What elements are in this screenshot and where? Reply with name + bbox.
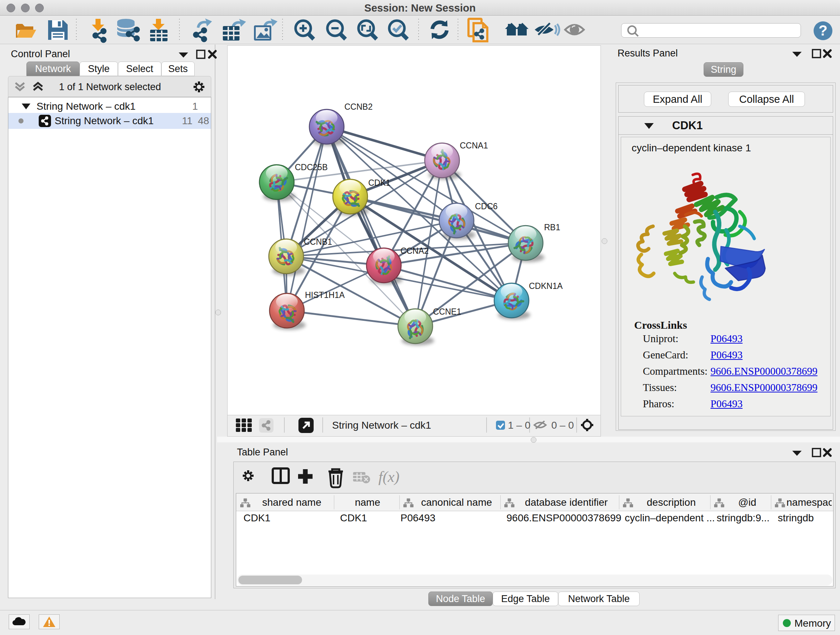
svg-text:1 – 0: 1 – 0 bbox=[508, 420, 531, 431]
svg-text:CDC6: CDC6 bbox=[475, 202, 498, 211]
svg-text:CCNA2: CCNA2 bbox=[401, 246, 429, 256]
svg-text:f(x): f(x) bbox=[378, 469, 399, 486]
svg-text:CCNE1: CCNE1 bbox=[433, 307, 461, 317]
svg-text:String Network – cdk1: String Network – cdk1 bbox=[332, 420, 431, 431]
svg-text:RB1: RB1 bbox=[544, 223, 561, 232]
svg-text:CCNB1: CCNB1 bbox=[304, 237, 332, 247]
svg-text:CCNA1: CCNA1 bbox=[460, 141, 488, 150]
svg-text:?: ? bbox=[819, 22, 827, 38]
svg-text:CCNB2: CCNB2 bbox=[344, 102, 373, 111]
svg-text:CDKN1A: CDKN1A bbox=[529, 281, 563, 291]
svg-text:CDC25B: CDC25B bbox=[295, 163, 328, 172]
svg-text:HIST1H1A: HIST1H1A bbox=[305, 290, 345, 300]
svg-text:0 – 0: 0 – 0 bbox=[551, 420, 574, 431]
svg-text:CDK1: CDK1 bbox=[368, 178, 390, 187]
